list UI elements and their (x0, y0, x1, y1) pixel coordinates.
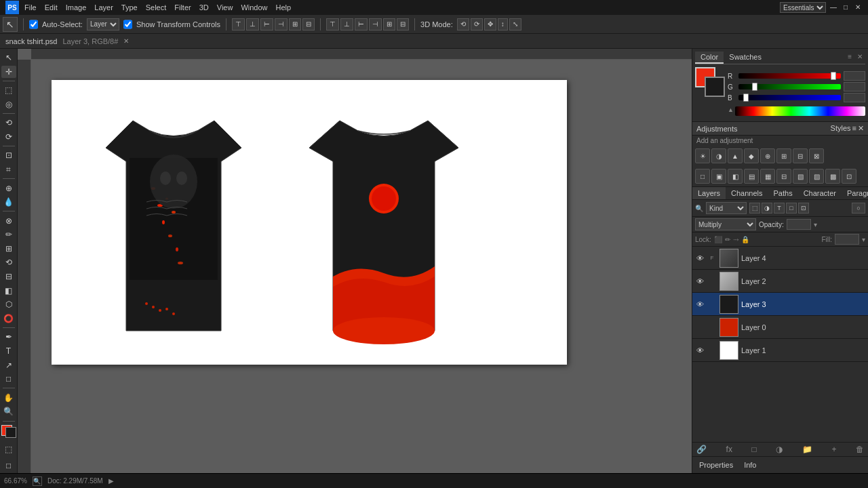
dist-right[interactable]: ⊟ (397, 18, 409, 30)
green-track[interactable] (738, 84, 841, 89)
color-swatch-block[interactable] (695, 67, 725, 97)
tool-eraser[interactable]: ⊟ (1, 270, 16, 283)
layer-add-icon[interactable]: + (831, 445, 836, 454)
dist-bottom[interactable]: ⊢ (355, 18, 368, 30)
tool-blur[interactable]: ⬡ (1, 298, 16, 311)
adj-exposure[interactable]: ⊕ (760, 148, 775, 163)
layer-mask-icon[interactable]: □ (751, 445, 756, 454)
tool-dodge[interactable]: ⭕ (1, 312, 16, 325)
layer1-visibility[interactable]: 👁 (695, 346, 705, 355)
layer3-visibility[interactable]: 👁 (695, 300, 705, 309)
tool-history-brush[interactable]: ⟲ (1, 256, 16, 269)
menu-type[interactable]: Type (121, 3, 138, 12)
menu-file[interactable]: File (24, 3, 37, 12)
color-swatches[interactable] (1, 425, 16, 438)
adj-posterize[interactable]: ⊟ (776, 169, 791, 184)
menu-help[interactable]: Help (276, 3, 292, 12)
auto-select-checkbox[interactable] (29, 18, 38, 30)
menu-layer[interactable]: Layer (94, 3, 113, 12)
menu-select[interactable]: Select (146, 3, 167, 12)
align-right[interactable]: ⊟ (302, 18, 315, 30)
fill-input[interactable]: 100% (835, 234, 859, 245)
tool-hand[interactable]: ✋ (1, 391, 16, 404)
background-color[interactable] (705, 77, 725, 97)
align-top[interactable]: ⊤ (232, 18, 245, 30)
fill-arrow[interactable]: ▾ (862, 236, 865, 243)
tool-lasso[interactable]: ⟲ (1, 117, 16, 129)
tool-quickmask[interactable]: ⬚ (1, 442, 16, 457)
adj-color-balance[interactable]: ⊠ (809, 148, 824, 163)
tab-properties[interactable]: Properties (695, 460, 737, 470)
layer0-visibility[interactable]: 👁 (695, 323, 705, 332)
adj-gradient-map[interactable]: ▨ (809, 169, 824, 184)
3d-roll[interactable]: ⟳ (471, 18, 483, 30)
filter-shape[interactable]: □ (786, 203, 797, 214)
red-thumb[interactable] (831, 72, 836, 80)
tab-paths[interactable]: Paths (768, 187, 798, 199)
adjustments-close-icon[interactable]: ✕ (858, 124, 864, 133)
red-input[interactable]: 237 (844, 71, 865, 81)
align-left[interactable]: ⊣ (275, 18, 288, 30)
adj-vibrance[interactable]: ⊞ (776, 148, 791, 163)
zoom-btn[interactable]: 🔍 (33, 476, 42, 486)
adj-hsl[interactable]: ⊟ (793, 148, 808, 163)
filter-smart[interactable]: ⊡ (798, 203, 809, 214)
menu-edit[interactable]: Edit (45, 3, 58, 12)
auto-select-type[interactable]: Layer (87, 18, 119, 30)
doc-tab-name[interactable]: snack tshirt.psd (5, 37, 57, 45)
close-btn[interactable]: ✕ (853, 2, 863, 12)
tab-channels[interactable]: Channels (726, 187, 768, 199)
3d-slide[interactable]: ↕ (498, 18, 508, 30)
maximize-btn[interactable]: □ (841, 2, 850, 12)
layer2-visibility[interactable]: 👁 (695, 277, 705, 286)
adj-levels[interactable]: ▲ (728, 148, 743, 163)
tool-move[interactable]: ✛ (1, 66, 16, 79)
align-vcenter[interactable]: ⊥ (246, 18, 259, 30)
layer-row-3[interactable]: 👁 Layer 3 (692, 293, 868, 316)
tool-marquee-ellipse[interactable]: ◎ (1, 98, 16, 111)
tool-type[interactable]: T (1, 345, 16, 358)
adj-selective-color[interactable]: ▩ (825, 169, 840, 184)
doc-close-btn[interactable]: ✕ (123, 37, 129, 45)
tool-gradient[interactable]: ◧ (1, 284, 16, 297)
tool-pen[interactable]: ✒ (1, 331, 16, 344)
blue-thumb[interactable] (743, 94, 749, 102)
filter-toggle[interactable]: ○ (852, 203, 865, 214)
adj-invert[interactable]: ▦ (760, 169, 775, 184)
lock-all-icon[interactable]: 🔒 (741, 236, 749, 243)
tool-polygonal-lasso[interactable]: ⟳ (1, 131, 16, 144)
dist-top[interactable]: ⊤ (326, 18, 339, 30)
canvas-document[interactable] (52, 80, 567, 365)
opacity-input[interactable]: 100% (787, 219, 811, 230)
filter-type-select[interactable]: Kind (706, 202, 747, 214)
tool-healing[interactable]: ⊗ (1, 214, 16, 227)
color-panel-close[interactable]: ✕ (854, 52, 865, 64)
adj-brightness[interactable]: ☀ (695, 148, 710, 163)
tab-paragraph[interactable]: Paragraph (842, 187, 868, 199)
adj-bw[interactable]: □ (695, 169, 710, 184)
lock-artboard-icon[interactable]: ⤑ (733, 236, 738, 243)
adj-solid-color[interactable]: ⊡ (842, 169, 856, 184)
status-arrow[interactable]: ▶ (108, 477, 114, 485)
color-panel-menu[interactable]: ≡ (845, 52, 854, 64)
adjustments-styles-tab[interactable]: Styles (831, 124, 851, 133)
tab-color[interactable]: Color (695, 52, 724, 64)
tab-layers[interactable]: Layers (692, 187, 726, 199)
green-thumb[interactable] (752, 83, 757, 91)
bg-color-swatch[interactable] (5, 427, 16, 438)
canvas-content[interactable] (31, 60, 692, 473)
tool-screen-mode[interactable]: □ (1, 458, 16, 473)
color-spectrum-bar[interactable] (735, 106, 865, 116)
tool-eyedropper[interactable]: 💧 (1, 196, 16, 209)
tool-marquee-rect[interactable]: ⬚ (1, 84, 16, 97)
show-transform-checkbox[interactable] (123, 18, 132, 30)
3d-scale[interactable]: ⤡ (509, 18, 521, 30)
tool-path-select[interactable]: ↗ (1, 359, 16, 371)
adj-curves[interactable]: ◆ (744, 148, 759, 163)
align-bottom[interactable]: ⊢ (260, 18, 273, 30)
green-input[interactable]: 42 (844, 82, 865, 92)
adj-contrast[interactable]: ◑ (711, 148, 726, 163)
menu-window[interactable]: Window (241, 3, 267, 12)
menu-filter[interactable]: Filter (174, 3, 191, 12)
adjustments-header[interactable]: Adjustments Styles ≡ ✕ (692, 122, 868, 136)
